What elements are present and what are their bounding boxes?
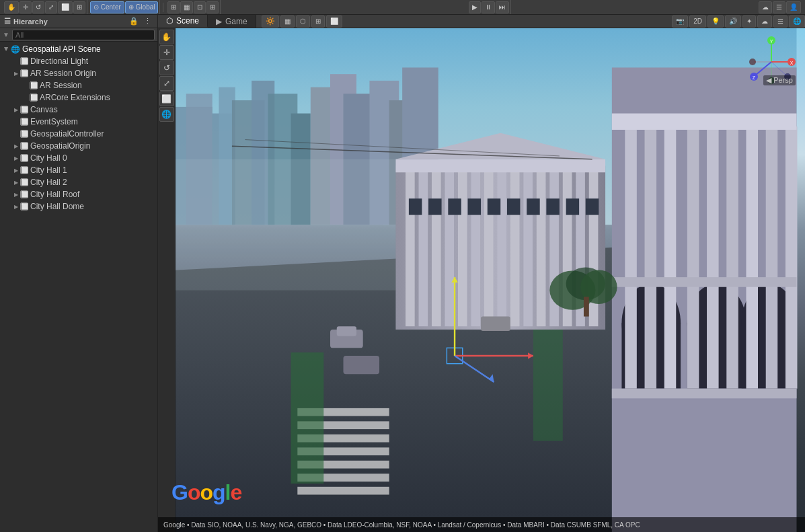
svg-rect-78 [343, 356, 379, 374]
move-tool-btn[interactable]: ✛ [20, 1, 32, 13]
svg-text:Y: Y [770, 39, 773, 44]
hierarchy-item-city-hall-roof[interactable]: ▶ ⬜ City Hall Roof [0, 188, 157, 200]
scene-grid-btn[interactable]: ▦ [280, 15, 295, 28]
svg-rect-50 [546, 198, 559, 215]
pause-btn[interactable]: ⏸ [482, 1, 495, 13]
arrow-city-hall-2: ▶ [12, 178, 20, 186]
label-city-hall-dome: City Hall Dome [30, 202, 84, 211]
account-btn[interactable]: 👤 [786, 1, 801, 13]
svg-line-96 [755, 62, 771, 75]
svg-rect-64 [707, 126, 719, 389]
viewport-move-btn[interactable]: ✛ [159, 45, 174, 60]
viewport-hand-btn[interactable]: ✋ [159, 30, 174, 44]
svg-rect-51 [566, 198, 579, 215]
scene-tab-label: Scene [176, 16, 199, 26]
arrow-city-hall-1: ▶ [12, 166, 20, 174]
svg-rect-68 [785, 126, 798, 389]
rotate-tool-btn[interactable]: ↺ [32, 1, 44, 13]
snap-settings-btn[interactable]: ▦ [180, 1, 193, 13]
svg-rect-32 [484, 169, 494, 326]
tab-scene[interactable]: ⬡ Scene [158, 15, 208, 28]
hierarchy-item-geospatial-origin[interactable]: ▶ ⬜ GeospatialOrigin [0, 140, 157, 152]
scene-viewport[interactable]: ✋ ✛ ↺ ⤢ ⬜ 🌐 Y X [158, 28, 805, 532]
svg-rect-28 [432, 169, 441, 326]
hierarchy-item-geospatial-controller[interactable]: ▶ ⬜ GeospatialController [0, 128, 157, 140]
hierarchy-more-btn[interactable]: ⋮ [142, 16, 153, 26]
persp-arrow-icon: ◀ [766, 76, 773, 84]
arrow-geospatial-api-scene: ▶ [3, 45, 11, 53]
label-ar-session: AR Session [40, 81, 82, 90]
hierarchy-item-event-system[interactable]: ▶ ⬜ EventSystem [0, 116, 157, 128]
hierarchy-item-city-hall-0[interactable]: ▶ ⬜ City Hall 0 [0, 152, 157, 164]
custom-tool-btn[interactable]: ⊞ [73, 1, 85, 13]
icon-ar-session: ⬜ [30, 81, 38, 89]
step-btn[interactable]: ⏭ [496, 1, 509, 13]
viewport-scale-btn[interactable]: ⤢ [159, 76, 174, 91]
scene-shading-btn[interactable]: 🔆 [262, 15, 279, 28]
pivot-tools-group: ⊙ Center ⊕ Global [89, 0, 160, 14]
hierarchy-search-bar: ▼ [0, 28, 157, 42]
label-geospatial-origin: GeospatialOrigin [30, 141, 90, 151]
svg-rect-43 [409, 198, 422, 215]
icon-directional-light: ⬜ [20, 57, 28, 65]
hierarchy-item-city-hall-1[interactable]: ▶ ⬜ City Hall 1 [0, 164, 157, 176]
svg-rect-70 [612, 277, 797, 287]
layers-btn[interactable]: ☰ [773, 1, 785, 13]
label-event-system: EventSystem [30, 117, 78, 126]
viewport-custom-btn[interactable]: 🌐 [159, 107, 174, 122]
svg-rect-49 [527, 198, 539, 215]
label-canvas: Canvas [30, 105, 58, 114]
scene-snap-btn[interactable]: ⬡ [296, 15, 310, 28]
global-btn[interactable]: ⊕ Global [125, 1, 159, 13]
svg-line-103 [771, 62, 786, 75]
scene-light-btn[interactable]: 💡 [707, 15, 724, 28]
scene-camera-btn[interactable]: 📷 [672, 15, 688, 28]
svg-rect-31 [471, 169, 480, 326]
view-controls-group: ☁ ☰ 👤 [757, 0, 802, 14]
scene-global2-btn[interactable]: 🌐 [789, 15, 805, 28]
attribution-bar: Google • Data SIO, NOAA, U.S. Navy, NGA,… [158, 517, 805, 532]
grid-snap-btn[interactable]: ⊞ [206, 1, 219, 13]
hierarchy-search-input[interactable] [12, 30, 155, 40]
viewport-rotate-btn[interactable]: ↺ [159, 61, 174, 75]
svg-rect-46 [468, 198, 481, 215]
scene-fx-btn[interactable]: ✦ [742, 15, 756, 28]
scene-audio-btn[interactable]: 🔊 [725, 15, 741, 28]
svg-rect-62 [664, 126, 677, 389]
svg-rect-35 [523, 169, 533, 326]
persp-label: ◀ Persp [763, 75, 796, 85]
hierarchy-item-ar-session-origin[interactable]: ▶ ⬜ AR Session Origin [0, 67, 157, 79]
scene-2d-btn[interactable]: 2D [689, 15, 706, 28]
hierarchy-lock-btn[interactable]: 🔒 [127, 16, 141, 26]
attribution-text: Google • Data SIO, NOAA, U.S. Navy, NGA,… [163, 521, 640, 529]
pivot-btn[interactable]: ⊙ Center [90, 1, 124, 13]
hand-tool-btn[interactable]: ✋ [4, 1, 19, 13]
svg-rect-44 [428, 198, 441, 215]
hierarchy-item-geospatial-api-scene[interactable]: ▶ 🌐 Geospatial API Scene [0, 43, 157, 55]
svg-rect-27 [418, 169, 428, 326]
snap-btn[interactable]: ⊞ [167, 1, 180, 13]
hierarchy-item-directional-light[interactable]: ▶ ⬜ Directional Light [0, 55, 157, 67]
hierarchy-item-canvas[interactable]: ▶ ⬜ Canvas [0, 104, 157, 116]
hierarchy-item-city-hall-2[interactable]: ▶ ⬜ City Hall 2 [0, 176, 157, 188]
scene-gizmo-btn[interactable]: ⊞ [311, 15, 325, 28]
icon-city-hall-0: ⬜ [20, 154, 28, 162]
icon-event-system: ⬜ [20, 118, 28, 126]
grid-btn[interactable]: ⊡ [194, 1, 206, 13]
scene-hide-btn[interactable]: ☁ [757, 15, 772, 28]
rect-tool-btn[interactable]: ⬜ [58, 1, 73, 13]
viewport-rect-btn[interactable]: ⬜ [159, 91, 174, 106]
hierarchy-item-ar-session[interactable]: ▶ ⬜ AR Session [0, 79, 157, 91]
tab-game[interactable]: ▶ Game [208, 15, 256, 28]
icon-city-hall-dome: ⬜ [20, 202, 28, 211]
main-area: ☰ Hierarchy 🔒 ⋮ ▼ ▶ 🌐 Geospatial API Sce… [0, 15, 805, 532]
hierarchy-item-city-hall-dome[interactable]: ▶ ⬜ City Hall Dome [0, 200, 157, 213]
scene-tabs: ⬡ Scene ▶ Game 🔆 ▦ ⬡ ⊞ ⬜ 📷 2D 💡 🔊 ✦ ☁ [158, 15, 805, 28]
scale-tool-btn[interactable]: ⤢ [45, 1, 57, 13]
scene-layers-btn[interactable]: ☰ [773, 15, 788, 28]
hierarchy-item-arcore-extensions[interactable]: ▶ ⬜ ARCore Extensions [0, 91, 157, 104]
collab-btn[interactable]: ☁ [759, 1, 772, 13]
svg-rect-22 [297, 487, 389, 495]
play-btn[interactable]: ▶ [469, 1, 481, 13]
scene-box-btn[interactable]: ⬜ [326, 15, 342, 28]
